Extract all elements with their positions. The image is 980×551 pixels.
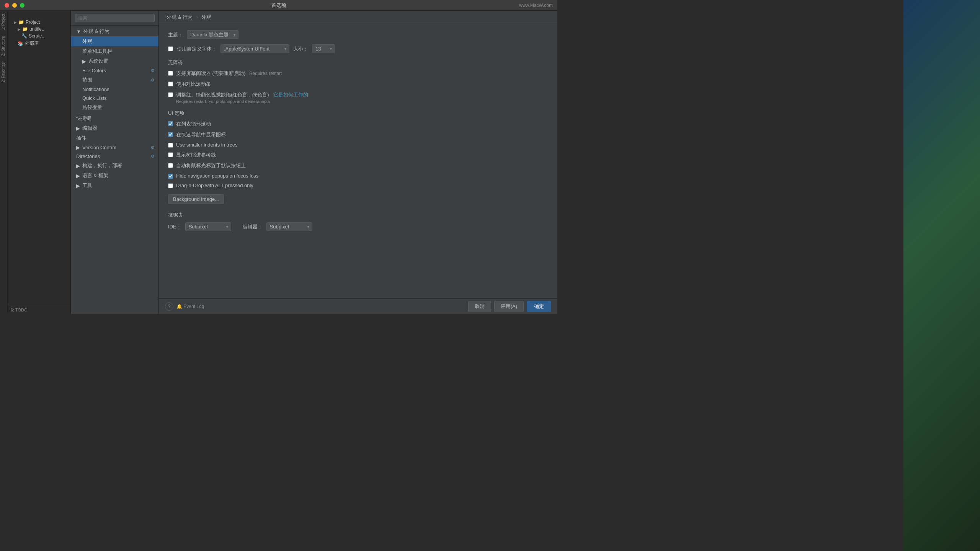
auto-cursor-row: 自动将鼠标光标置于默认按钮上: [168, 162, 548, 169]
project-tree: ▶ 📁 Project ▶ 📁 untitle... 🔧 Scratc... 📚…: [8, 17, 70, 306]
nav-item-label: 路径变量: [82, 104, 102, 111]
arrow-icon: ▶: [82, 59, 86, 64]
ide-antialias-select[interactable]: Subpixel Greyscale Default: [185, 222, 231, 231]
screen-reader-label: 支持屏幕阅读器 (需要重新启动) Requires restart: [176, 70, 282, 77]
nav-item-path-variables[interactable]: 路径变量: [71, 103, 158, 112]
nav-item-menus-toolbars[interactable]: 菜单和工具栏: [71, 46, 158, 56]
contrast-scrollbar-row: 使用对比滚动条: [168, 81, 548, 88]
font-select-wrapper[interactable]: .AppleSystemUIFont: [220, 44, 289, 53]
breadcrumb: 外观 & 行为 › 外观: [159, 11, 557, 24]
smaller-indents-checkbox[interactable]: [168, 143, 173, 148]
use-custom-font-checkbox[interactable]: [168, 46, 173, 51]
color-blindness-row: 调整红、绿颜色视觉缺陷(红色盲，绿色盲) 它是如何工作的 Requires re…: [168, 91, 548, 104]
nav-item-notifications[interactable]: Notifications: [71, 85, 158, 94]
window-title: 首选项: [271, 2, 286, 9]
nav-item-label: 外观 & 行为: [83, 28, 109, 35]
hide-nav-popups-checkbox[interactable]: [168, 174, 173, 179]
app-body: 1: Project Z: Structure 2: Favorites ▶ 📁…: [0, 11, 557, 314]
nav-item-directories[interactable]: Directories ⚙: [71, 152, 158, 161]
nav-item-appearance[interactable]: 外观: [71, 36, 158, 46]
tree-item-project[interactable]: ▶ 📁 Project: [8, 19, 70, 26]
color-blindness-label: 调整红、绿颜色视觉缺陷(红色盲，绿色盲) 它是如何工作的: [176, 92, 308, 98]
nav-item-label: 插件: [76, 135, 86, 142]
vertical-labels-panel: 1: Project Z: Structure 2: Favorites: [0, 11, 8, 314]
ok-button[interactable]: 确定: [527, 301, 551, 312]
contrast-scrollbar-checkbox[interactable]: [168, 82, 173, 86]
apply-button[interactable]: 应用(A): [494, 301, 524, 312]
cyclic-scroll-checkbox[interactable]: [168, 121, 173, 126]
nav-group-appearance: ▼ 外观 & 行为 外观 菜单和工具栏 ▶ 系统设置 File Colors ⚙: [71, 26, 158, 113]
nav-item-plugins[interactable]: 插件: [71, 133, 158, 143]
antialias-section: 抗锯齿 IDE： Subpixel Greyscale Default 编辑器：…: [168, 212, 548, 231]
nav-item-appearance-behavior[interactable]: ▼ 外观 & 行为: [71, 26, 158, 36]
theme-select-wrapper[interactable]: Darcula 黑色主题 IntelliJ High Contrast ▼: [187, 30, 238, 39]
screen-reader-checkbox[interactable]: [168, 71, 173, 76]
expand-icon: ▶: [76, 126, 80, 131]
event-log-label[interactable]: 🔔 Event Log: [176, 304, 204, 309]
favorites-label[interactable]: 2: Favorites: [0, 59, 7, 85]
ide-antialias-select-wrapper[interactable]: Subpixel Greyscale Default: [185, 222, 231, 231]
background-image-button[interactable]: Background Image...: [168, 194, 224, 204]
window-controls[interactable]: [5, 3, 24, 8]
project-search[interactable]: [8, 11, 70, 17]
cancel-button[interactable]: 取消: [468, 301, 491, 312]
show-icons-label: 在快速导航中显示图标: [176, 131, 226, 138]
auto-cursor-label: 自动将鼠标光标置于默认按钮上: [176, 162, 246, 169]
dnd-alt-checkbox[interactable]: [168, 183, 173, 188]
screen-reader-note: Requires restart: [249, 71, 282, 76]
nav-item-version-control[interactable]: ▶ Version Control ⚙: [71, 143, 158, 152]
maximize-button[interactable]: [20, 3, 24, 8]
font-size-label: 大小：: [293, 46, 308, 52]
nav-item-scope[interactable]: 范围 ⚙: [71, 75, 158, 85]
expand-icon: ▼: [76, 29, 81, 34]
tree-item-scratch[interactable]: 🔧 Scratc...: [8, 33, 70, 39]
color-blindness-link[interactable]: 它是如何工作的: [273, 92, 308, 98]
editor-antialias-select-wrapper[interactable]: Subpixel Greyscale Default: [266, 222, 312, 231]
nav-item-languages-frameworks[interactable]: ▶ 语言 & 框架: [71, 171, 158, 181]
tree-item-untitled[interactable]: ▶ 📁 untitle...: [8, 26, 70, 33]
nav-item-tools[interactable]: ▶ 工具: [71, 181, 158, 191]
tree-guides-row: 显示树缩进参考线: [168, 152, 548, 158]
nav-item-label: 快捷键: [76, 115, 91, 122]
structure-label[interactable]: Z: Structure: [0, 33, 7, 59]
nav-item-label: File Colors: [82, 68, 106, 73]
settings-content: 主题： Darcula 黑色主题 IntelliJ High Contrast …: [159, 24, 557, 298]
theme-select[interactable]: Darcula 黑色主题 IntelliJ High Contrast: [187, 30, 238, 39]
nav-item-keymap[interactable]: 快捷键: [71, 113, 158, 123]
todo-badge[interactable]: 6: TODO: [8, 306, 70, 314]
nav-item-label: 工具: [82, 182, 92, 189]
nav-item-label: Notifications: [82, 86, 109, 92]
font-size-select[interactable]: 13 12 14 16: [312, 44, 335, 53]
bottom-bar: ? 🔔 Event Log 取消 应用(A) 确定: [159, 298, 557, 314]
nav-item-build-exec-deploy[interactable]: ▶ 构建，执行，部署: [71, 161, 158, 171]
tree-item-external-libs[interactable]: 📚 外部库: [8, 39, 70, 47]
show-icons-row: 在快速导航中显示图标: [168, 131, 548, 138]
help-button[interactable]: ?: [165, 302, 173, 311]
hide-nav-popups-row: Hide navigation popups on focus loss: [168, 173, 548, 179]
settings-search-area[interactable]: [71, 11, 158, 26]
watermark: www.MacW.com: [519, 3, 553, 8]
breadcrumb-part1: 外观 & 行为: [167, 14, 193, 20]
editor-antialias-select[interactable]: Subpixel Greyscale Default: [266, 222, 312, 231]
nav-item-system-settings[interactable]: ▶ 系统设置: [71, 56, 158, 66]
theme-label: 主题：: [168, 31, 183, 38]
font-row: 使用自定义字体： .AppleSystemUIFont 大小： 13 12 14…: [168, 44, 548, 53]
nav-item-label: 系统设置: [88, 58, 108, 65]
expand-icon: ▶: [76, 183, 80, 189]
nav-item-quick-lists[interactable]: Quick Lists: [71, 94, 158, 103]
nav-item-editor[interactable]: ▶ 编辑器: [71, 123, 158, 133]
nav-item-file-colors[interactable]: File Colors ⚙: [71, 66, 158, 75]
close-button[interactable]: [5, 3, 9, 8]
show-icons-checkbox[interactable]: [168, 132, 173, 137]
minimize-button[interactable]: [12, 3, 17, 8]
tree-guides-checkbox[interactable]: [168, 152, 173, 157]
color-blindness-checkbox[interactable]: [168, 92, 173, 97]
use-custom-font-label: 使用自定义字体：: [177, 46, 217, 52]
auto-cursor-checkbox[interactable]: [168, 163, 173, 168]
project-label[interactable]: 1: Project: [0, 11, 7, 33]
settings-search-input[interactable]: [75, 14, 155, 22]
ui-options-section-title: UI 选项: [168, 110, 548, 117]
antialias-title: 抗锯齿: [168, 212, 548, 218]
font-select[interactable]: .AppleSystemUIFont: [220, 44, 289, 53]
font-size-select-wrapper[interactable]: 13 12 14 16: [312, 44, 335, 53]
